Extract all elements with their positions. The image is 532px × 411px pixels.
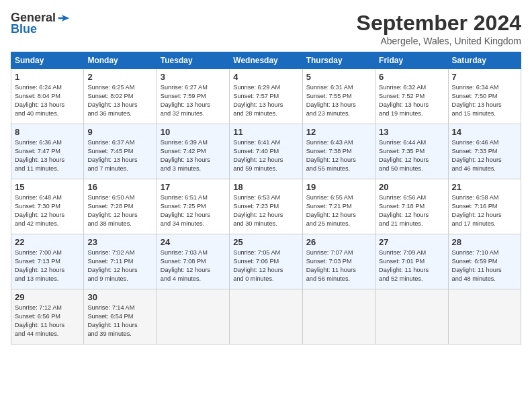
calendar-table: Sunday Monday Tuesday Wednesday Thursday… (11, 52, 521, 345)
month-title: September 2024 (357, 11, 521, 36)
col-saturday: Saturday (448, 52, 521, 69)
table-cell: 2Sunrise: 6:25 AM Sunset: 8:02 PM Daylig… (84, 69, 157, 124)
day-info: Sunrise: 6:32 AM Sunset: 7:52 PM Dayligh… (379, 83, 444, 118)
week-row-5: 29Sunrise: 7:12 AM Sunset: 6:56 PM Dayli… (11, 289, 521, 345)
day-number: 29 (15, 292, 80, 302)
day-number: 24 (161, 237, 226, 247)
day-info: Sunrise: 6:55 AM Sunset: 7:21 PM Dayligh… (306, 193, 371, 228)
day-number: 6 (379, 72, 444, 82)
day-info: Sunrise: 7:02 AM Sunset: 7:11 PM Dayligh… (87, 248, 152, 283)
table-cell: 21Sunrise: 6:58 AM Sunset: 7:16 PM Dayli… (448, 179, 521, 234)
table-cell: 25Sunrise: 7:05 AM Sunset: 7:06 PM Dayli… (230, 234, 302, 289)
table-cell: 20Sunrise: 6:56 AM Sunset: 7:18 PM Dayli… (375, 179, 448, 234)
day-number: 22 (15, 237, 80, 247)
day-number: 9 (87, 127, 152, 137)
day-info: Sunrise: 6:36 AM Sunset: 7:47 PM Dayligh… (15, 138, 80, 173)
day-number: 30 (87, 292, 152, 302)
table-cell: 30Sunrise: 7:14 AM Sunset: 6:54 PM Dayli… (84, 289, 157, 345)
day-info: Sunrise: 7:07 AM Sunset: 7:03 PM Dayligh… (306, 248, 371, 283)
day-number: 10 (161, 127, 226, 137)
col-wednesday: Wednesday (230, 52, 302, 69)
day-number: 23 (87, 237, 152, 247)
day-info: Sunrise: 6:48 AM Sunset: 7:30 PM Dayligh… (15, 193, 80, 228)
table-cell: 13Sunrise: 6:44 AM Sunset: 7:35 PM Dayli… (375, 124, 448, 179)
day-number: 21 (452, 182, 517, 192)
day-info: Sunrise: 6:56 AM Sunset: 7:18 PM Dayligh… (379, 193, 444, 228)
col-monday: Monday (84, 52, 157, 69)
day-info: Sunrise: 6:44 AM Sunset: 7:35 PM Dayligh… (379, 138, 444, 173)
day-number: 18 (233, 182, 298, 192)
table-cell: 6Sunrise: 6:32 AM Sunset: 7:52 PM Daylig… (375, 69, 448, 124)
table-cell: 1Sunrise: 6:24 AM Sunset: 8:04 PM Daylig… (11, 69, 84, 124)
day-info: Sunrise: 6:34 AM Sunset: 7:50 PM Dayligh… (452, 83, 517, 118)
day-info: Sunrise: 7:12 AM Sunset: 6:56 PM Dayligh… (15, 304, 80, 338)
table-cell: 26Sunrise: 7:07 AM Sunset: 7:03 PM Dayli… (302, 234, 375, 289)
day-info: Sunrise: 7:05 AM Sunset: 7:06 PM Dayligh… (233, 248, 298, 283)
col-tuesday: Tuesday (157, 52, 229, 69)
day-info: Sunrise: 6:24 AM Sunset: 8:04 PM Dayligh… (15, 83, 80, 118)
table-cell (230, 289, 302, 345)
day-number: 19 (306, 182, 371, 192)
day-number: 4 (233, 72, 298, 82)
day-info: Sunrise: 6:51 AM Sunset: 7:25 PM Dayligh… (161, 193, 226, 228)
day-number: 11 (233, 127, 298, 137)
col-sunday: Sunday (11, 52, 84, 69)
day-info: Sunrise: 6:39 AM Sunset: 7:42 PM Dayligh… (161, 138, 226, 173)
table-cell: 28Sunrise: 7:10 AM Sunset: 6:59 PM Dayli… (448, 234, 521, 289)
table-cell (375, 289, 448, 345)
day-info: Sunrise: 6:58 AM Sunset: 7:16 PM Dayligh… (452, 193, 517, 228)
day-number: 3 (161, 72, 226, 82)
logo-blue: Blue (11, 22, 37, 36)
day-number: 17 (161, 182, 226, 192)
day-number: 14 (452, 127, 517, 137)
table-cell: 14Sunrise: 6:46 AM Sunset: 7:33 PM Dayli… (448, 124, 521, 179)
day-info: Sunrise: 6:53 AM Sunset: 7:23 PM Dayligh… (233, 193, 298, 228)
table-cell: 29Sunrise: 7:12 AM Sunset: 6:56 PM Dayli… (11, 289, 84, 345)
day-info: Sunrise: 6:46 AM Sunset: 7:33 PM Dayligh… (452, 138, 517, 173)
table-cell: 16Sunrise: 6:50 AM Sunset: 7:28 PM Dayli… (84, 179, 157, 234)
col-thursday: Thursday (302, 52, 375, 69)
day-info: Sunrise: 6:50 AM Sunset: 7:28 PM Dayligh… (87, 193, 152, 228)
day-number: 20 (379, 182, 444, 192)
table-cell: 7Sunrise: 6:34 AM Sunset: 7:50 PM Daylig… (448, 69, 521, 124)
table-cell: 8Sunrise: 6:36 AM Sunset: 7:47 PM Daylig… (11, 124, 84, 179)
day-number: 8 (15, 127, 80, 137)
table-cell: 24Sunrise: 7:03 AM Sunset: 7:08 PM Dayli… (157, 234, 229, 289)
day-number: 13 (379, 127, 444, 137)
day-number: 1 (15, 72, 80, 82)
page-header: General Blue September 2024 Abergele, Wa… (11, 11, 521, 46)
logo-arrow-icon (57, 13, 71, 23)
day-info: Sunrise: 6:41 AM Sunset: 7:40 PM Dayligh… (233, 138, 298, 173)
day-number: 27 (379, 237, 444, 247)
day-info: Sunrise: 7:03 AM Sunset: 7:08 PM Dayligh… (161, 248, 226, 283)
week-row-2: 8Sunrise: 6:36 AM Sunset: 7:47 PM Daylig… (11, 124, 521, 179)
day-number: 26 (306, 237, 371, 247)
table-cell: 15Sunrise: 6:48 AM Sunset: 7:30 PM Dayli… (11, 179, 84, 234)
table-cell: 19Sunrise: 6:55 AM Sunset: 7:21 PM Dayli… (302, 179, 375, 234)
day-number: 12 (306, 127, 371, 137)
table-cell: 17Sunrise: 6:51 AM Sunset: 7:25 PM Dayli… (157, 179, 229, 234)
week-row-1: 1Sunrise: 6:24 AM Sunset: 8:04 PM Daylig… (11, 69, 521, 124)
day-info: Sunrise: 7:10 AM Sunset: 6:59 PM Dayligh… (452, 248, 517, 283)
week-row-3: 15Sunrise: 6:48 AM Sunset: 7:30 PM Dayli… (11, 179, 521, 234)
table-cell: 27Sunrise: 7:09 AM Sunset: 7:01 PM Dayli… (375, 234, 448, 289)
day-number: 16 (87, 182, 152, 192)
table-cell: 3Sunrise: 6:27 AM Sunset: 7:59 PM Daylig… (157, 69, 229, 124)
day-info: Sunrise: 6:29 AM Sunset: 7:57 PM Dayligh… (233, 83, 298, 118)
table-cell (302, 289, 375, 345)
day-number: 2 (87, 72, 152, 82)
table-cell: 10Sunrise: 6:39 AM Sunset: 7:42 PM Dayli… (157, 124, 229, 179)
table-cell: 23Sunrise: 7:02 AM Sunset: 7:11 PM Dayli… (84, 234, 157, 289)
col-friday: Friday (375, 52, 448, 69)
day-number: 28 (452, 237, 517, 247)
day-number: 25 (233, 237, 298, 247)
logo: General Blue (11, 11, 71, 36)
table-cell (448, 289, 521, 345)
week-row-4: 22Sunrise: 7:00 AM Sunset: 7:13 PM Dayli… (11, 234, 521, 289)
table-cell: 12Sunrise: 6:43 AM Sunset: 7:38 PM Dayli… (302, 124, 375, 179)
day-number: 5 (306, 72, 371, 82)
svg-rect-1 (58, 17, 65, 19)
day-info: Sunrise: 6:43 AM Sunset: 7:38 PM Dayligh… (306, 138, 371, 173)
table-cell: 4Sunrise: 6:29 AM Sunset: 7:57 PM Daylig… (230, 69, 302, 124)
day-info: Sunrise: 7:00 AM Sunset: 7:13 PM Dayligh… (15, 248, 80, 283)
